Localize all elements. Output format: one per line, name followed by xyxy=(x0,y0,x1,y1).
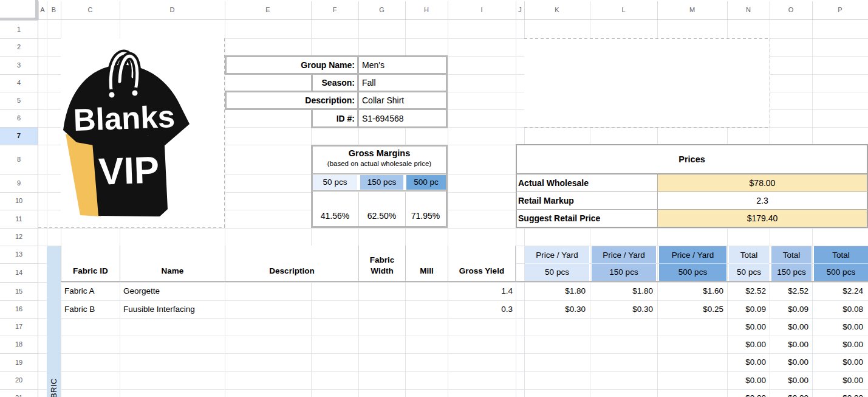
total-500-cell[interactable]: $0.00 xyxy=(812,389,863,397)
row-header-13[interactable]: 13 xyxy=(0,246,38,263)
price-yard-50-cell[interactable]: $0.30 xyxy=(524,300,586,318)
price-yard-500-cell[interactable]: $1.60 xyxy=(657,282,723,300)
row-header-21[interactable]: 21 xyxy=(0,389,38,397)
price-yard-500-header[interactable]: Price / Yard 500 pcs xyxy=(659,246,726,281)
blanks-vip-logo[interactable]: Blanks VIP xyxy=(61,38,194,221)
column-header-g[interactable]: G xyxy=(358,0,405,19)
price-yard-500-cell[interactable]: $0.25 xyxy=(657,300,723,318)
id-number-value[interactable]: S1-694568 xyxy=(362,111,446,126)
price-yard-150-cell[interactable]: $1.80 xyxy=(590,282,653,300)
total-500-cell[interactable]: $0.00 xyxy=(812,318,863,336)
column-header-k[interactable]: K xyxy=(524,0,590,19)
total-500-cell[interactable]: $0.00 xyxy=(812,371,863,389)
column-header-l[interactable]: L xyxy=(590,0,657,19)
row-header-8[interactable]: 8 xyxy=(0,145,38,174)
gross-margins-title[interactable]: Gross Margins xyxy=(313,148,446,159)
column-header-h[interactable]: H xyxy=(405,0,448,19)
row-header-9[interactable]: 9 xyxy=(0,174,38,192)
row-header-19[interactable]: 19 xyxy=(0,353,38,371)
retail-markup-value[interactable]: 2.3 xyxy=(658,193,867,209)
price-yard-50-header[interactable]: Price / Yard 50 pcs xyxy=(525,246,589,281)
total-500-cell[interactable]: $0.00 xyxy=(812,353,863,371)
row-header-2[interactable]: 2 xyxy=(0,38,38,56)
row-header-11[interactable]: 11 xyxy=(0,210,38,228)
description-label[interactable]: Description: xyxy=(227,92,355,108)
fabric-width-header[interactable]: Fabric Width xyxy=(358,246,405,281)
total-150-cell[interactable]: $0.00 xyxy=(770,353,808,371)
total-50-header[interactable]: Total 50 pcs xyxy=(729,246,769,281)
fabric-id-header[interactable]: Fabric ID xyxy=(61,246,120,281)
total-50-cell[interactable]: $0.00 xyxy=(727,371,766,389)
column-header-i[interactable]: I xyxy=(448,0,516,19)
total-150-cell[interactable]: $0.09 xyxy=(770,300,808,318)
row-header-5[interactable]: 5 xyxy=(0,92,38,109)
row-header-18[interactable]: 18 xyxy=(0,336,38,353)
gm-margin-150[interactable]: 62.50% xyxy=(360,207,404,225)
total-500-header[interactable]: Total 500 pcs xyxy=(814,246,868,281)
actual-wholesale-value[interactable]: $78.00 xyxy=(658,175,867,192)
gm-margin-500[interactable]: 71.95% xyxy=(405,207,446,225)
fabric-id-cell[interactable]: Fabric A xyxy=(64,282,119,300)
total-50-cell[interactable]: $0.09 xyxy=(727,300,766,318)
column-header-m[interactable]: M xyxy=(657,0,727,19)
description-value[interactable]: Collar Shirt xyxy=(362,92,446,108)
total-150-cell[interactable]: $0.00 xyxy=(770,318,808,336)
row-header-4[interactable]: 4 xyxy=(0,74,38,92)
total-500-cell[interactable]: $2.24 xyxy=(812,282,863,300)
name-header[interactable]: Name xyxy=(120,246,225,281)
row-header-20[interactable]: 20 xyxy=(0,371,38,389)
total-500-cell[interactable]: $0.00 xyxy=(812,336,863,353)
fabric-section-strip[interactable]: FABRIC xyxy=(47,246,61,397)
row-header-15[interactable]: 15 xyxy=(0,282,38,300)
actual-wholesale-label[interactable]: Actual Wholesale xyxy=(518,175,655,192)
prices-title[interactable]: Prices xyxy=(517,145,867,173)
column-header-b[interactable]: B xyxy=(47,0,61,19)
row-header-7[interactable]: 7 xyxy=(0,127,38,145)
column-header-c[interactable]: C xyxy=(61,0,120,19)
total-50-cell[interactable]: $0.00 xyxy=(727,353,766,371)
row-header-12[interactable]: 12 xyxy=(0,228,38,246)
group-name-value[interactable]: Men's xyxy=(362,57,446,73)
gm-tier-150-header[interactable]: 150 pcs xyxy=(360,175,403,190)
select-all-corner[interactable] xyxy=(0,0,38,20)
price-yard-150-header[interactable]: Price / Yard 150 pcs xyxy=(592,246,656,281)
gm-margin-50[interactable]: 41.56% xyxy=(313,207,357,225)
group-name-label[interactable]: Group Name: xyxy=(227,57,355,73)
gross-yield-cell[interactable]: 1.4 xyxy=(448,282,513,300)
fabric-name-cell[interactable]: Fuusible Interfacing xyxy=(123,300,224,318)
column-header-j[interactable]: J xyxy=(516,0,524,19)
season-label[interactable]: Season: xyxy=(227,75,355,91)
gross-yield-header[interactable]: Gross Yield xyxy=(448,246,516,281)
fabric-id-cell[interactable]: Fabric B xyxy=(64,300,119,318)
price-yard-150-cell[interactable]: $0.30 xyxy=(590,300,653,318)
column-header-n[interactable]: N xyxy=(727,0,770,19)
row-header-1[interactable]: 1 xyxy=(0,20,38,38)
column-header-f[interactable]: F xyxy=(311,0,358,19)
total-500-cell[interactable]: $0.08 xyxy=(812,300,863,318)
total-150-cell[interactable]: $0.00 xyxy=(770,336,808,353)
row-header-17[interactable]: 17 xyxy=(0,318,38,336)
fabric-name-cell[interactable]: Georgette xyxy=(123,282,224,300)
description-header[interactable]: Description xyxy=(225,246,358,281)
gross-yield-cell[interactable]: 0.3 xyxy=(448,300,513,318)
row-header-16[interactable]: 16 xyxy=(0,300,38,318)
column-header-p[interactable]: P xyxy=(812,0,868,19)
total-50-cell[interactable]: $0.00 xyxy=(727,389,766,397)
row-header-3[interactable]: 3 xyxy=(0,56,38,74)
total-150-cell[interactable]: $2.52 xyxy=(770,282,808,300)
total-50-cell[interactable]: $0.00 xyxy=(727,318,766,336)
column-header-o[interactable]: O xyxy=(770,0,812,19)
gm-tier-500-header[interactable]: 500 pc xyxy=(406,175,446,190)
mill-header[interactable]: Mill xyxy=(405,246,448,281)
column-header-a[interactable]: A xyxy=(38,0,47,19)
id-number-label[interactable]: ID #: xyxy=(227,111,355,126)
column-header-e[interactable]: E xyxy=(225,0,311,19)
price-yard-50-cell[interactable]: $1.80 xyxy=(524,282,586,300)
total-150-cell[interactable]: $0.00 xyxy=(770,371,808,389)
total-50-cell[interactable]: $0.00 xyxy=(727,336,766,353)
suggest-retail-label[interactable]: Suggest Retail Price xyxy=(518,210,657,226)
row-header-14[interactable]: 14 xyxy=(0,263,38,282)
retail-markup-label[interactable]: Retail Markup xyxy=(518,193,655,209)
row-header-10[interactable]: 10 xyxy=(0,192,38,210)
suggest-retail-value[interactable]: $179.40 xyxy=(658,210,867,226)
